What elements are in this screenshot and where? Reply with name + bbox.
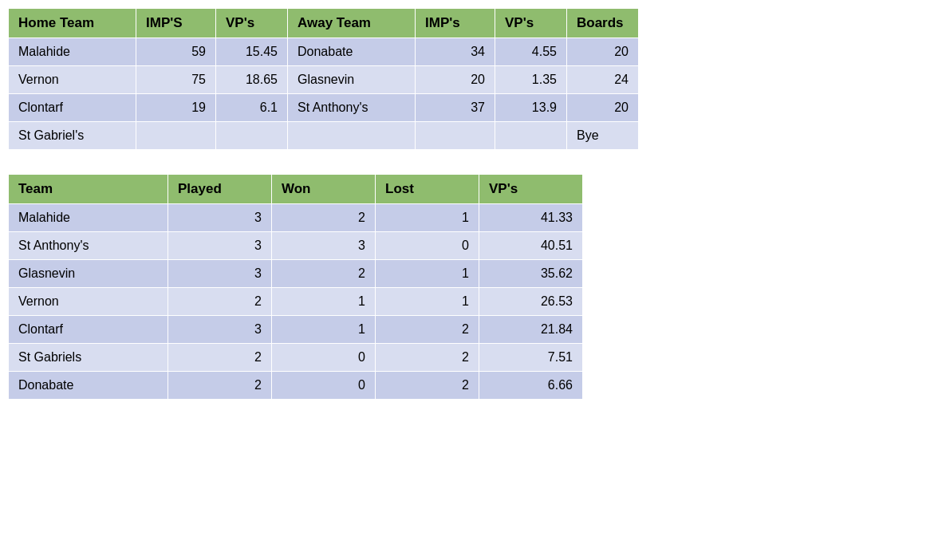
standings-table-row: Glasnevin32135.62 bbox=[9, 260, 583, 288]
match-table-cell: 20 bbox=[567, 38, 639, 66]
col-vps: VP's bbox=[479, 175, 583, 204]
col-team: Team bbox=[9, 175, 168, 204]
standings-table-cell: Malahide bbox=[9, 204, 168, 232]
match-table-cell: St Gabriel's bbox=[9, 122, 136, 150]
match-table-cell: 34 bbox=[416, 38, 495, 66]
match-table-cell: 20 bbox=[416, 66, 495, 94]
match-table-cell: 4.55 bbox=[495, 38, 567, 66]
standings-table-cell: 0 bbox=[272, 344, 376, 372]
col-home-imps: IMP'S bbox=[136, 9, 216, 38]
standings-table-cell: 6.66 bbox=[479, 372, 583, 400]
standings-table-row: St Anthony's33040.51 bbox=[9, 232, 583, 260]
standings-table-cell: 21.84 bbox=[479, 316, 583, 344]
standings-table-cell: 3 bbox=[168, 204, 272, 232]
standings-table-cell: Donabate bbox=[9, 372, 168, 400]
match-results-table: Home Team IMP'S VP's Away Team IMP's VP'… bbox=[8, 8, 639, 150]
col-played: Played bbox=[168, 175, 272, 204]
standings-table-cell: 2 bbox=[376, 372, 479, 400]
standings-section: Team Played Won Lost VP's Malahide32141.… bbox=[8, 174, 930, 400]
col-away-imps: IMP's bbox=[416, 9, 495, 38]
col-lost: Lost bbox=[376, 175, 479, 204]
col-boards: Boards bbox=[567, 9, 639, 38]
match-table-cell: 75 bbox=[136, 66, 216, 94]
standings-table-cell: 2 bbox=[168, 344, 272, 372]
standings-table-cell: Glasnevin bbox=[9, 260, 168, 288]
col-away-team: Away Team bbox=[288, 9, 416, 38]
standings-table-cell: 7.51 bbox=[479, 344, 583, 372]
match-table-cell: St Anthony's bbox=[288, 94, 416, 122]
match-table-cell: 37 bbox=[416, 94, 495, 122]
standings-table-row: St Gabriels2027.51 bbox=[9, 344, 583, 372]
match-table-cell: Vernon bbox=[9, 66, 136, 94]
match-table-row: St Gabriel'sBye bbox=[9, 122, 639, 150]
match-table-cell: 20 bbox=[567, 94, 639, 122]
standings-table-cell: 2 bbox=[376, 316, 479, 344]
standings-table: Team Played Won Lost VP's Malahide32141.… bbox=[8, 174, 583, 400]
standings-table-row: Malahide32141.33 bbox=[9, 204, 583, 232]
standings-table-row: Clontarf31221.84 bbox=[9, 316, 583, 344]
match-table-row: Vernon7518.65Glasnevin201.3524 bbox=[9, 66, 639, 94]
standings-table-cell: 1 bbox=[376, 260, 479, 288]
col-won: Won bbox=[272, 175, 376, 204]
match-table-cell: Bye bbox=[567, 122, 639, 150]
standings-table-cell: St Anthony's bbox=[9, 232, 168, 260]
standings-table-cell: Vernon bbox=[9, 288, 168, 316]
standings-table-cell: 2 bbox=[168, 372, 272, 400]
match-table-cell: 19 bbox=[136, 94, 216, 122]
standings-table-cell: 3 bbox=[168, 232, 272, 260]
match-table-cell: 59 bbox=[136, 38, 216, 66]
match-results-section: Home Team IMP'S VP's Away Team IMP's VP'… bbox=[8, 8, 930, 150]
match-table-cell: 6.1 bbox=[216, 94, 288, 122]
standings-table-cell: 3 bbox=[272, 232, 376, 260]
match-table-cell: 18.65 bbox=[216, 66, 288, 94]
standings-table-cell: 1 bbox=[376, 204, 479, 232]
match-table-cell bbox=[216, 122, 288, 150]
match-table-cell: 24 bbox=[567, 66, 639, 94]
match-table-header-row: Home Team IMP'S VP's Away Team IMP's VP'… bbox=[9, 9, 639, 38]
match-table-cell bbox=[288, 122, 416, 150]
standings-table-cell: 1 bbox=[272, 316, 376, 344]
match-table-cell bbox=[136, 122, 216, 150]
standings-table-cell: 2 bbox=[272, 204, 376, 232]
col-home-vps: VP's bbox=[216, 9, 288, 38]
standings-table-cell: 0 bbox=[376, 232, 479, 260]
match-table-row: Malahide5915.45Donabate344.5520 bbox=[9, 38, 639, 66]
standings-table-cell: 1 bbox=[272, 288, 376, 316]
col-away-vps: VP's bbox=[495, 9, 567, 38]
standings-table-cell: 26.53 bbox=[479, 288, 583, 316]
match-table-row: Clontarf196.1St Anthony's3713.920 bbox=[9, 94, 639, 122]
match-table-cell: Malahide bbox=[9, 38, 136, 66]
standings-table-cell: 2 bbox=[168, 288, 272, 316]
standings-table-cell: St Gabriels bbox=[9, 344, 168, 372]
col-home-team: Home Team bbox=[9, 9, 136, 38]
match-table-cell: Clontarf bbox=[9, 94, 136, 122]
standings-table-cell: 40.51 bbox=[479, 232, 583, 260]
standings-table-cell: 3 bbox=[168, 260, 272, 288]
standings-table-cell: 3 bbox=[168, 316, 272, 344]
standings-header-row: Team Played Won Lost VP's bbox=[9, 175, 583, 204]
standings-table-cell: 41.33 bbox=[479, 204, 583, 232]
match-table-cell bbox=[416, 122, 495, 150]
standings-table-cell: Clontarf bbox=[9, 316, 168, 344]
match-table-cell: 15.45 bbox=[216, 38, 288, 66]
match-table-cell: Donabate bbox=[288, 38, 416, 66]
match-table-cell: 13.9 bbox=[495, 94, 567, 122]
standings-table-cell: 0 bbox=[272, 372, 376, 400]
standings-table-cell: 1 bbox=[376, 288, 479, 316]
match-table-cell: Glasnevin bbox=[288, 66, 416, 94]
standings-table-cell: 35.62 bbox=[479, 260, 583, 288]
standings-table-row: Donabate2026.66 bbox=[9, 372, 583, 400]
standings-table-row: Vernon21126.53 bbox=[9, 288, 583, 316]
match-table-cell: 1.35 bbox=[495, 66, 567, 94]
standings-table-cell: 2 bbox=[272, 260, 376, 288]
match-table-cell bbox=[495, 122, 567, 150]
standings-table-cell: 2 bbox=[376, 344, 479, 372]
